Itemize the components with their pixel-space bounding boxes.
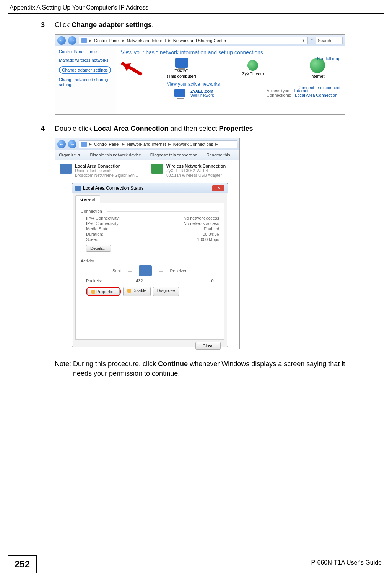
- chevron-right-icon: ▶: [215, 142, 218, 146]
- access-type-label: Access type:: [267, 88, 290, 93]
- pc-sub: (This computer): [167, 74, 196, 78]
- control-panel-home-link[interactable]: Control Panel Home: [59, 49, 112, 54]
- connection-group-label: Connection: [81, 209, 219, 213]
- breadcrumb-item[interactable]: Network and Internet: [127, 142, 166, 147]
- ipv6-value: No network access: [184, 221, 219, 226]
- chevron-right-icon: ▶: [122, 39, 125, 42]
- adapter-device: Broadcom NetXtreme Gigabit Eth...: [75, 173, 138, 178]
- breadcrumb-item[interactable]: Control Panel: [94, 38, 120, 43]
- search-input[interactable]: Search: [316, 37, 343, 44]
- active-network-type[interactable]: Work network: [190, 93, 214, 98]
- note-text-bold: Continue: [158, 360, 188, 368]
- connection-status-dialog: Local Area Connection Status ✕ General C…: [72, 183, 228, 347]
- connections-value[interactable]: Local Area Connection: [295, 93, 337, 98]
- adapter-name: Local Area Connection: [75, 164, 138, 168]
- adapter-status: ZyXEL_RT3062_AP1 4: [166, 168, 226, 173]
- sidebar-link-advanced-sharing[interactable]: Change advanced sharing settings: [59, 77, 112, 87]
- connect-disconnect-link[interactable]: Connect or disconnect: [299, 85, 340, 90]
- network-line-icon: [208, 68, 231, 68]
- step-number: 4: [38, 125, 45, 133]
- running-header: Appendix A Setting Up Your Computer's IP…: [10, 4, 148, 11]
- text: .: [253, 125, 255, 132]
- disable-button[interactable]: Disable: [123, 287, 151, 296]
- sent-label: Sent: [112, 269, 121, 273]
- toolbar-disable-device[interactable]: Disable this network device: [90, 153, 141, 157]
- chevron-down-icon[interactable]: ▼: [302, 39, 305, 42]
- address-bar[interactable]: ▶ Control Panel ▶ Network and Internet ▶…: [79, 37, 308, 44]
- address-bar[interactable]: ▶ Control Panel ▶ Network and Internet ▶…: [79, 140, 237, 148]
- tab-general[interactable]: General: [75, 195, 100, 203]
- active-network-name[interactable]: ZyXEL.com: [190, 89, 214, 93]
- sidebar-link-manage-wireless[interactable]: Manage wireless networks: [59, 58, 112, 63]
- text-bold: Properties: [219, 125, 253, 132]
- connections-label: Connections:: [267, 93, 291, 98]
- toolbar-diagnose[interactable]: Diagnose this connection: [150, 153, 197, 157]
- text: and then select: [168, 125, 219, 132]
- properties-button[interactable]: Properties: [87, 288, 120, 295]
- chevron-right-icon: ▶: [168, 39, 171, 42]
- breadcrumb-item[interactable]: Network and Internet: [127, 38, 166, 43]
- speed-value: 100.0 Mbps: [197, 237, 219, 242]
- chevron-right-icon: ▶: [122, 142, 125, 146]
- toolbar-rename[interactable]: Rename this: [207, 153, 230, 157]
- see-full-map-link[interactable]: See full map: [317, 56, 340, 61]
- ipv6-label: IPv6 Connectivity:: [86, 221, 120, 226]
- header-rule: [8, 13, 384, 14]
- network-profile-icon: [174, 89, 185, 97]
- dialog-close-button[interactable]: ✕: [212, 185, 224, 191]
- network-line-icon: [275, 68, 298, 68]
- guide-title: P-660N-T1A User's Guide: [311, 559, 382, 566]
- explorer-navbar: ← → ▶ Control Panel ▶ Network and Intern…: [55, 35, 345, 46]
- page-number: 252: [8, 555, 37, 573]
- breadcrumb-item[interactable]: Network and Sharing Center: [173, 38, 226, 43]
- step-text: Click Change adapter settings.: [55, 21, 154, 29]
- text: Click: [55, 21, 72, 29]
- network-name: ZyXEL.com: [242, 72, 264, 76]
- note-paragraph: Note: During this procedure, click Conti…: [55, 359, 354, 378]
- adapter-wireless-connection[interactable]: Wireless Network Connection ZyXEL_RT3062…: [151, 164, 235, 178]
- dialog-titlebar[interactable]: Local Area Connection Status ✕: [72, 183, 228, 193]
- step-4: 4 Double click Local Area Connection and…: [38, 125, 354, 133]
- internet-label: Internet: [310, 74, 324, 78]
- chevron-right-icon: ▶: [89, 39, 92, 42]
- text: .: [152, 21, 154, 29]
- step-number: 3: [38, 21, 45, 29]
- forward-button[interactable]: →: [68, 140, 76, 148]
- text: Double click: [55, 125, 94, 132]
- network-sharing-main: View your basic network information and …: [116, 46, 345, 114]
- adapter-local-area-connection[interactable]: Local Area Connection Unidentified netwo…: [60, 164, 143, 178]
- note-text-pre: During this procedure, click: [73, 360, 158, 368]
- close-button[interactable]: Close: [195, 342, 221, 350]
- organize-menu[interactable]: Organize ▼: [59, 153, 81, 157]
- shield-icon: [91, 290, 95, 294]
- ipv4-label: IPv4 Connectivity:: [86, 216, 120, 220]
- sidebar-link-change-adapter-highlighted[interactable]: Change adapter settings: [59, 66, 111, 74]
- forward-button[interactable]: →: [68, 36, 76, 45]
- speed-label: Speed:: [86, 237, 99, 242]
- control-panel-icon: [81, 142, 87, 147]
- media-state-value: Enabled: [204, 226, 219, 231]
- screenshot-network-connections: ← → ▶ Control Panel ▶ Network and Intern…: [55, 138, 240, 349]
- back-button[interactable]: ←: [57, 36, 66, 45]
- control-panel-icon: [81, 38, 87, 43]
- adapter-name: Wireless Network Connection: [166, 164, 226, 168]
- shield-icon: [127, 289, 131, 293]
- page-heading: View your basic network information and …: [121, 49, 340, 55]
- duration-label: Duration:: [86, 232, 103, 236]
- diagnose-button[interactable]: Diagnose: [153, 287, 179, 296]
- step-3: 3 Click Change adapter settings.: [38, 21, 354, 29]
- adapter-status: Unidentified network: [75, 168, 138, 173]
- breadcrumb-item[interactable]: Control Panel: [94, 142, 120, 147]
- breadcrumb-item[interactable]: Network Connections: [173, 142, 213, 147]
- activity-group-label: Activity: [81, 259, 219, 263]
- ethernet-adapter-icon: [60, 164, 72, 174]
- refresh-icon[interactable]: ↻: [310, 38, 314, 43]
- chevron-right-icon: ▶: [168, 142, 171, 146]
- chevron-down-icon: ▼: [78, 153, 81, 157]
- control-panel-sidebar: Control Panel Home Manage wireless netwo…: [55, 46, 116, 114]
- step-text: Double click Local Area Connection and t…: [55, 125, 255, 133]
- text-bold: Change adapter settings: [72, 21, 152, 29]
- text-bold: Local Area Connection: [94, 125, 168, 132]
- details-button[interactable]: Details...: [86, 245, 111, 252]
- back-button[interactable]: ←: [57, 140, 66, 148]
